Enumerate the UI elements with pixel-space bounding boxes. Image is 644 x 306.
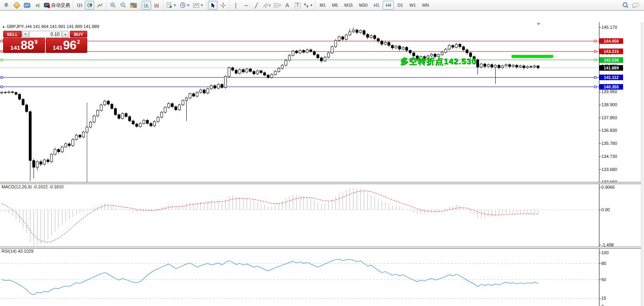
- line-handle[interactable]: [594, 86, 596, 88]
- line-chart-button[interactable]: [95, 1, 105, 9]
- tile-windows-button[interactable]: [129, 1, 138, 9]
- auto-scroll-button[interactable]: [142, 1, 151, 9]
- template-icon: [193, 2, 200, 8]
- periods-dropdown-arrow[interactable]: ▼: [187, 4, 190, 7]
- text-label-tool[interactable]: T: [293, 1, 302, 9]
- horizontal-line-tool[interactable]: ─: [242, 1, 251, 9]
- buy-price-button[interactable]: 141 96 2: [46, 38, 88, 53]
- auto-scroll-icon: [143, 2, 150, 8]
- timeframe-m1[interactable]: M1: [317, 1, 328, 9]
- signals-button[interactable]: [32, 1, 42, 9]
- candle-body: [391, 45, 394, 48]
- turning-point-annotation: 多空转折点142.530: [400, 56, 476, 67]
- arrows-dropdown-arrow[interactable]: ▼: [310, 4, 313, 7]
- candle-body: [4, 92, 7, 93]
- candle-body: [271, 75, 273, 78]
- candle-body: [203, 90, 206, 93]
- timeframe-m15[interactable]: M15: [341, 1, 355, 9]
- candle-body: [164, 107, 167, 113]
- volume-decrease-button[interactable]: ▼: [22, 31, 29, 38]
- templates-button[interactable]: ▼: [192, 1, 204, 9]
- timeframe-d1[interactable]: D1: [395, 1, 406, 9]
- search-button[interactable]: [621, 1, 630, 10]
- trade-panel-row-top: SELL ▼ ▲ BUY: [3, 31, 87, 38]
- symbol-collapse-icon[interactable]: ▲: [2, 25, 5, 28]
- timeframe-h1[interactable]: H1: [371, 1, 382, 9]
- candlestick-chart-button[interactable]: [85, 1, 94, 9]
- line-handle[interactable]: [1, 59, 3, 61]
- zoom-out-button[interactable]: [118, 1, 128, 9]
- candle-body: [132, 121, 135, 124]
- fibonacci-tool[interactable]: F: [272, 1, 282, 9]
- candle-body: [462, 47, 465, 50]
- new-order-button[interactable]: 单: [2, 1, 11, 9]
- line-handle[interactable]: [1, 51, 3, 53]
- line-handle[interactable]: [594, 40, 596, 42]
- sell-button[interactable]: SELL: [3, 31, 22, 38]
- axis-tick: [599, 245, 601, 245]
- candle-body: [26, 105, 28, 111]
- candle-body: [189, 94, 191, 98]
- macd-tick-label: -1.498: [601, 242, 614, 247]
- window-edge: [641, 22, 644, 306]
- new-order-icon[interactable]: [12, 1, 21, 9]
- timeframe-mn[interactable]: MN: [419, 1, 432, 9]
- bar-chart-button[interactable]: [75, 1, 84, 9]
- crosshair-button[interactable]: [218, 1, 228, 9]
- pane-separator[interactable]: [0, 247, 644, 249]
- templates-dropdown-arrow[interactable]: ▼: [200, 4, 204, 7]
- text-tool[interactable]: A: [283, 1, 292, 9]
- trendline-tool[interactable]: ╱: [252, 1, 261, 9]
- rsi-panel[interactable]: [0, 248, 599, 306]
- macd-panel[interactable]: [0, 184, 599, 248]
- chart-shift-button[interactable]: [152, 1, 161, 9]
- indicators-button[interactable]: ▼: [165, 1, 178, 9]
- timeframe-m5[interactable]: M5: [329, 1, 341, 9]
- line-handle[interactable]: [594, 77, 596, 79]
- candle-body: [207, 89, 209, 93]
- line-handle[interactable]: [594, 59, 596, 61]
- main-price-chart[interactable]: [0, 22, 599, 183]
- candle-body: [359, 30, 362, 32]
- sell-price-pip: 9: [35, 36, 38, 48]
- line-handle[interactable]: [1, 40, 3, 42]
- level-price-badge: 143.215: [599, 49, 623, 54]
- chat-button[interactable]: [631, 1, 640, 10]
- line-handle[interactable]: [1, 77, 3, 79]
- price-tick-label: 133.680: [601, 167, 617, 172]
- candle-body: [90, 122, 92, 127]
- pane-separator[interactable]: [0, 182, 644, 184]
- candle-body: [381, 41, 383, 44]
- macd-tick-label: 0.9066: [601, 185, 615, 190]
- line-handle[interactable]: [594, 51, 596, 53]
- zoom-in-icon: [110, 2, 116, 8]
- cursor-arrow-icon: [210, 2, 215, 8]
- candle-body: [281, 65, 284, 68]
- volume-input[interactable]: [30, 32, 60, 37]
- candle-body: [22, 99, 24, 105]
- chart-end-marker[interactable]: [537, 23, 541, 25]
- zoom-in-button[interactable]: [108, 1, 118, 9]
- volume-increase-button[interactable]: ▲: [62, 31, 69, 38]
- autotrade-button[interactable]: 自动交易: [43, 1, 71, 9]
- candle-body: [342, 37, 344, 39]
- sell-price-button[interactable]: 141 88 9: [3, 38, 45, 53]
- channel-tool[interactable]: E: [262, 1, 271, 9]
- timeframe-w1[interactable]: W1: [406, 1, 419, 9]
- timeframe-m30[interactable]: M30: [356, 1, 370, 9]
- candle-body: [150, 123, 152, 126]
- candle-body: [356, 30, 358, 32]
- autotrade-label: 自动交易: [51, 2, 70, 9]
- line-handle[interactable]: [1, 86, 3, 88]
- vertical-line-tool[interactable]: │: [231, 1, 241, 9]
- candle-body: [288, 55, 291, 60]
- timeframe-h4[interactable]: H4: [383, 1, 394, 9]
- candle-body: [19, 94, 21, 99]
- candle-body: [370, 36, 373, 38]
- candlestick-icon: [86, 2, 93, 8]
- cursor-button[interactable]: [208, 1, 217, 9]
- charts-window-button[interactable]: [22, 1, 32, 9]
- periods-button[interactable]: ▼: [178, 1, 191, 9]
- arrows-tool[interactable]: ▼: [303, 1, 313, 9]
- indicators-dropdown-arrow[interactable]: ▼: [173, 4, 176, 7]
